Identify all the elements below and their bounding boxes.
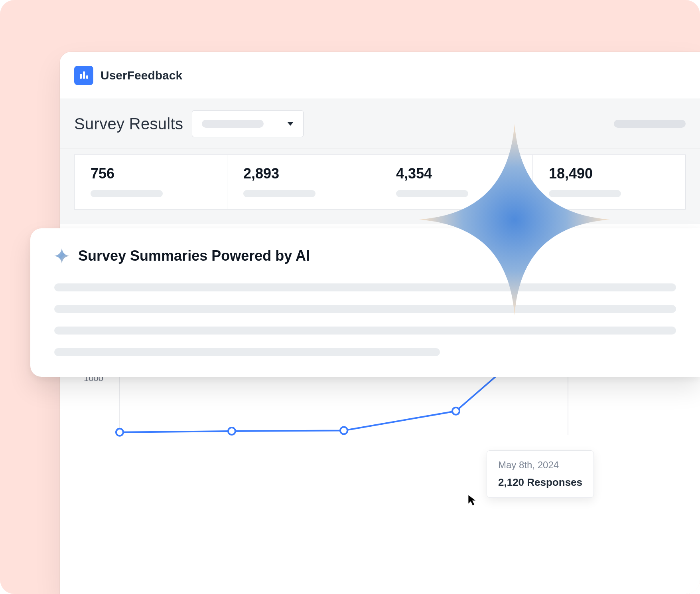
tooltip-date: May 8th, 2024	[498, 459, 582, 471]
chevron-down-icon	[287, 122, 294, 126]
app-header: UserFeedback	[60, 52, 700, 99]
stat-card: 756	[74, 154, 227, 210]
ai-summary-header: Survey Summaries Powered by AI	[54, 248, 676, 264]
text-placeholder	[54, 327, 676, 335]
stat-label-placeholder	[243, 190, 315, 197]
stat-label-placeholder	[396, 190, 468, 197]
stat-card: 18,490	[532, 154, 686, 210]
stat-card: 2,893	[227, 154, 380, 210]
svg-point-10	[340, 427, 347, 434]
text-placeholder	[54, 305, 676, 313]
brand-name: UserFeedback	[101, 69, 182, 82]
page-title: Survey Results	[74, 115, 183, 133]
survey-select[interactable]	[192, 110, 304, 137]
stat-card: 4,354	[380, 154, 533, 210]
ai-summary-card: Survey Summaries Powered by AI	[30, 228, 700, 377]
svg-rect-0	[80, 74, 82, 79]
page-background: UserFeedback Survey Results 756 2,893 4,…	[0, 0, 700, 594]
svg-point-11	[452, 408, 459, 415]
chart-tooltip: May 8th, 2024 2,120 Responses	[487, 450, 594, 498]
svg-point-8	[116, 429, 123, 436]
toolbar: Survey Results	[60, 99, 700, 149]
svg-point-9	[228, 428, 235, 435]
ai-summary-title: Survey Summaries Powered by AI	[78, 248, 310, 264]
svg-rect-1	[83, 71, 85, 79]
select-value-placeholder	[202, 120, 264, 128]
svg-rect-2	[86, 75, 88, 79]
cursor-icon	[467, 494, 478, 506]
brand-logo-icon	[74, 66, 93, 85]
stat-value: 756	[91, 165, 211, 182]
stat-value: 18,490	[549, 165, 669, 182]
stat-value: 4,354	[396, 165, 517, 182]
sparkle-icon	[54, 248, 69, 263]
stat-label-placeholder	[91, 190, 163, 197]
text-placeholder	[54, 348, 440, 356]
stat-row: 756 2,893 4,354 18,490	[60, 149, 700, 224]
toolbar-action-placeholder	[614, 120, 686, 128]
stat-label-placeholder	[549, 190, 621, 197]
tooltip-value: 2,120 Responses	[498, 476, 582, 489]
stat-value: 2,893	[243, 165, 364, 182]
text-placeholder	[54, 283, 676, 291]
